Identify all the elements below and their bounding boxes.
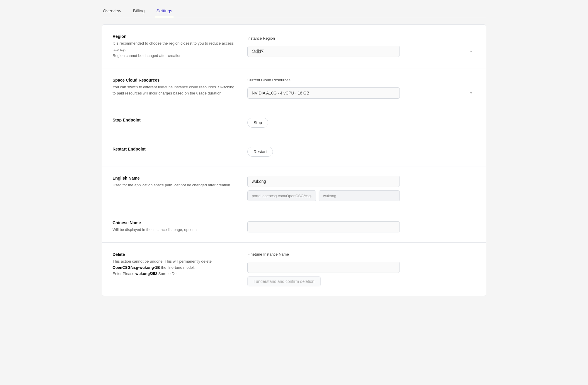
- cloud-resources-description: You can switch to different fine-tune in…: [113, 84, 236, 97]
- section-cloud-left: Space Cloud Resources You can switch to …: [113, 78, 236, 99]
- cloud-resources-field-label: Current Cloud Resources: [247, 78, 475, 82]
- section-restart-left: Restart Endpoint: [113, 147, 236, 157]
- chinese-name-input[interactable]: [247, 221, 400, 232]
- section-english-left: English Name Used for the application sp…: [113, 176, 236, 201]
- section-delete-left: Delete This action cannot be undone. Thi…: [113, 252, 236, 286]
- section-restart-right: Restart: [247, 147, 475, 157]
- delete-name-input[interactable]: [247, 262, 400, 273]
- region-field-label: Instance Region: [247, 36, 475, 40]
- section-english-right: portal.opencsg.com/OpenCSG/csg- wukong: [247, 176, 475, 201]
- section-delete: Delete This action cannot be undone. Thi…: [102, 243, 486, 296]
- delete-title: Delete: [113, 252, 236, 257]
- section-delete-right: Finetune Instance Name I understand and …: [247, 252, 475, 286]
- delete-confirm-text: Enter Please: [113, 271, 134, 276]
- url-suffix: wukong: [319, 190, 400, 201]
- stop-button[interactable]: Stop: [247, 118, 268, 128]
- region-select[interactable]: 华北区 华南区 华东区: [247, 46, 400, 57]
- tab-billing[interactable]: Billing: [132, 5, 146, 17]
- section-cloud-right: Current Cloud Resources NVIDIA A10G · 4 …: [247, 78, 475, 99]
- section-chinese-left: Chinese Name Will be displayed in the in…: [113, 220, 236, 233]
- english-name-title: English Name: [113, 176, 236, 180]
- delete-warning: This action cannot be undone. This will …: [113, 259, 236, 277]
- section-chinese-name: Chinese Name Will be displayed in the in…: [102, 211, 486, 243]
- chinese-name-description: Will be displayed in the instance list p…: [113, 227, 236, 233]
- english-name-input[interactable]: [247, 176, 400, 187]
- delete-bold-confirm: wukong/252: [135, 271, 157, 276]
- region-chevron-icon: ▾: [470, 49, 472, 53]
- section-restart-endpoint: Restart Endpoint Restart: [102, 137, 486, 166]
- restart-endpoint-title: Restart Endpoint: [113, 147, 236, 151]
- delete-bold-name: OpenCSG/csg-wukong-1B: [113, 265, 160, 270]
- section-english-name: English Name Used for the application sp…: [102, 166, 486, 211]
- stop-endpoint-title: Stop Endpoint: [113, 118, 236, 122]
- section-chinese-right: [247, 220, 475, 233]
- page-wrapper: Overview Billing Settings Region It is r…: [95, 0, 493, 385]
- delete-warning-line1: This action cannot be undone. This will …: [113, 259, 212, 264]
- cloud-resources-chevron-icon: ▾: [470, 91, 472, 95]
- section-stop-left: Stop Endpoint: [113, 118, 236, 128]
- english-name-description: Used for the application space path, can…: [113, 182, 236, 188]
- section-region-left: Region It is recommended to choose the r…: [113, 34, 236, 59]
- settings-card: Region It is recommended to choose the r…: [102, 24, 486, 296]
- tab-overview[interactable]: Overview: [102, 5, 123, 17]
- section-cloud-resources: Space Cloud Resources You can switch to …: [102, 68, 486, 108]
- section-region: Region It is recommended to choose the r…: [102, 25, 486, 68]
- restart-button[interactable]: Restart: [247, 147, 273, 157]
- tabs-nav: Overview Billing Settings: [102, 5, 486, 17]
- delete-confirm-suffix: Sure to Del: [158, 271, 177, 276]
- confirm-deletion-button[interactable]: I understand and confirm deletion: [247, 276, 321, 286]
- delete-field-label: Finetune Instance Name: [247, 252, 475, 256]
- section-stop-endpoint: Stop Endpoint Stop: [102, 108, 486, 137]
- section-stop-right: Stop: [247, 118, 475, 128]
- region-description: It is recommended to choose the region c…: [113, 40, 236, 59]
- cloud-resources-title: Space Cloud Resources: [113, 78, 236, 82]
- section-region-right: Instance Region 华北区 华南区 华东区 ▾: [247, 34, 475, 59]
- tab-settings[interactable]: Settings: [155, 5, 174, 17]
- chinese-name-title: Chinese Name: [113, 220, 236, 225]
- cloud-resources-select[interactable]: NVIDIA A10G · 4 vCPU · 16 GB: [247, 87, 400, 99]
- url-row: portal.opencsg.com/OpenCSG/csg- wukong: [247, 190, 400, 201]
- region-select-wrapper: 华北区 华南区 华东区 ▾: [247, 46, 475, 57]
- cloud-resources-select-wrapper: NVIDIA A10G · 4 vCPU · 16 GB ▾: [247, 87, 475, 99]
- url-prefix: portal.opencsg.com/OpenCSG/csg-: [247, 190, 316, 201]
- region-title: Region: [113, 34, 236, 39]
